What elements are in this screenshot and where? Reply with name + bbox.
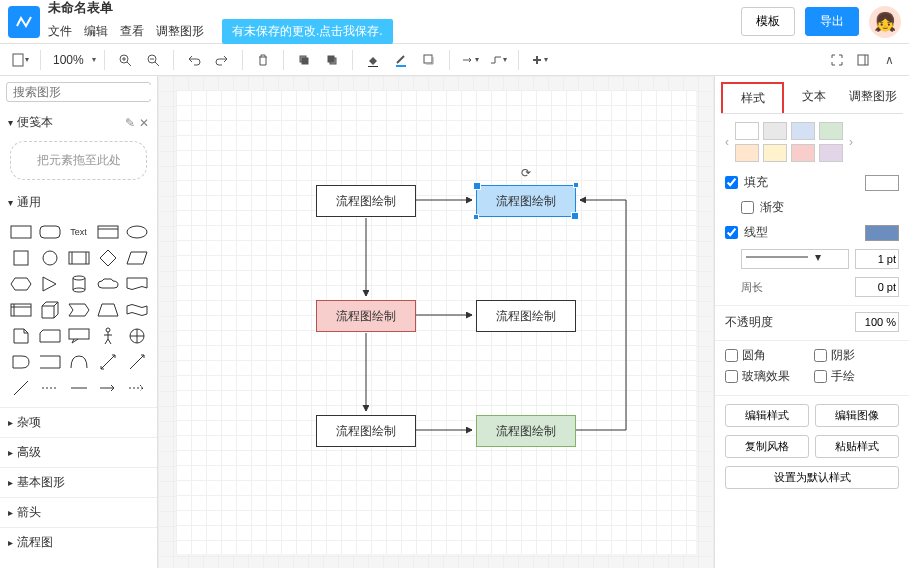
user-avatar[interactable]: 👧 <box>869 6 901 38</box>
swatch-next-icon[interactable]: › <box>847 135 855 149</box>
shape-line[interactable] <box>8 377 33 399</box>
export-button[interactable]: 导出 <box>805 7 859 36</box>
glass-checkbox[interactable] <box>725 370 738 383</box>
shape-document[interactable] <box>124 273 149 295</box>
shape-step[interactable] <box>66 299 91 321</box>
redo-button[interactable] <box>210 48 234 72</box>
menu-edit[interactable]: 编辑 <box>84 23 108 40</box>
fill-color[interactable] <box>865 175 899 191</box>
shape-actor[interactable] <box>95 325 120 347</box>
section-advanced[interactable]: 高级 <box>0 437 157 467</box>
format-panel-button[interactable] <box>851 48 875 72</box>
shape-cloud[interactable] <box>95 273 120 295</box>
flowchart-node[interactable]: 流程图绘制 <box>476 300 576 332</box>
zoom-level[interactable]: 100% <box>49 53 88 67</box>
shape-ellipse[interactable] <box>124 221 149 243</box>
copy-style-button[interactable]: 复制风格 <box>725 435 809 458</box>
shape-link-dashed-arrow[interactable] <box>124 377 149 399</box>
shape-cube[interactable] <box>37 299 62 321</box>
shadow-checkbox[interactable] <box>814 349 827 362</box>
opacity-input[interactable] <box>855 312 899 332</box>
section-misc[interactable]: 杂项 <box>0 407 157 437</box>
search-box[interactable]: 🔍 <box>6 82 151 102</box>
swatch[interactable] <box>819 122 843 140</box>
connection-button[interactable]: ▾ <box>458 48 482 72</box>
line-width-input[interactable] <box>855 249 899 269</box>
shape-link-arrow[interactable] <box>95 377 120 399</box>
undo-button[interactable] <box>182 48 206 72</box>
zoom-in-button[interactable] <box>113 48 137 72</box>
document-title[interactable]: 未命名表单 <box>48 0 393 17</box>
section-flowchart[interactable]: 流程图 <box>0 527 157 557</box>
shape-rect[interactable] <box>8 221 33 243</box>
shape-dashed-link[interactable] <box>37 377 62 399</box>
scratchpad-dropzone[interactable]: 把元素拖至此处 <box>10 141 147 180</box>
shape-callout[interactable] <box>66 325 91 347</box>
shape-square[interactable] <box>8 247 33 269</box>
pencil-icon[interactable]: ✎ <box>125 116 135 130</box>
menu-view[interactable]: 查看 <box>120 23 144 40</box>
flowchart-node[interactable]: 流程图绘制 <box>316 185 416 217</box>
shape-cylinder[interactable] <box>66 273 91 295</box>
shape-data-store[interactable] <box>37 351 62 373</box>
edit-style-button[interactable]: 编辑样式 <box>725 404 809 427</box>
flowchart-node[interactable]: 流程图绘制 <box>476 415 576 447</box>
shape-and[interactable] <box>8 351 33 373</box>
scratchpad-header[interactable]: ▾便笺本 ✎✕ <box>0 108 157 137</box>
canvas[interactable]: 流程图绘制 ⟳ 流程图绘制 流程图绘制 流程图绘制 流程图绘制 流程图绘制 <box>158 76 714 568</box>
shadow-button[interactable] <box>417 48 441 72</box>
swatch[interactable] <box>735 122 759 140</box>
section-arrows[interactable]: 箭头 <box>0 497 157 527</box>
shape-text[interactable]: Text <box>66 221 91 243</box>
general-header[interactable]: ▾通用 <box>0 188 157 217</box>
rotate-handle-icon[interactable]: ⟳ <box>521 166 531 180</box>
perimeter-input[interactable] <box>855 277 899 297</box>
fullscreen-button[interactable] <box>825 48 849 72</box>
shape-arrow[interactable] <box>124 351 149 373</box>
rounded-checkbox[interactable] <box>725 349 738 362</box>
search-input[interactable] <box>13 85 158 99</box>
shape-tape[interactable] <box>124 299 149 321</box>
shape-parallelogram[interactable] <box>124 247 149 269</box>
edit-image-button[interactable]: 编辑图像 <box>815 404 899 427</box>
to-front-button[interactable] <box>292 48 316 72</box>
close-icon[interactable]: ✕ <box>139 116 149 130</box>
shape-rounded-rect[interactable] <box>37 221 62 243</box>
swatch[interactable] <box>735 144 759 162</box>
flowchart-node[interactable]: 流程图绘制 <box>316 300 416 332</box>
page-setup-button[interactable]: ▾ <box>8 48 32 72</box>
sketch-checkbox[interactable] <box>814 370 827 383</box>
delete-button[interactable] <box>251 48 275 72</box>
swatch[interactable] <box>819 144 843 162</box>
shape-diamond[interactable] <box>95 247 120 269</box>
swatch[interactable] <box>791 122 815 140</box>
gradient-checkbox[interactable] <box>741 201 754 214</box>
template-button[interactable]: 模板 <box>741 7 795 36</box>
shape-card[interactable] <box>37 325 62 347</box>
swatch[interactable] <box>763 122 787 140</box>
fill-color-button[interactable] <box>361 48 385 72</box>
zoom-out-button[interactable] <box>141 48 165 72</box>
line-color[interactable] <box>865 225 899 241</box>
tab-adjust[interactable]: 调整图形 <box>844 82 903 113</box>
tab-text[interactable]: 文本 <box>784 82 843 113</box>
shape-bidir-arrow[interactable] <box>95 351 120 373</box>
menu-adjust[interactable]: 调整图形 <box>156 23 204 40</box>
flowchart-node[interactable]: 流程图绘制 <box>316 415 416 447</box>
paste-style-button[interactable]: 粘贴样式 <box>815 435 899 458</box>
shape-process[interactable] <box>66 247 91 269</box>
shape-internal-storage[interactable] <box>8 299 33 321</box>
line-checkbox[interactable] <box>725 226 738 239</box>
line-style-select[interactable]: ▾ <box>741 249 849 269</box>
swatch[interactable] <box>791 144 815 162</box>
swatch-prev-icon[interactable]: ‹ <box>723 135 731 149</box>
set-default-button[interactable]: 设置为默认样式 <box>725 466 899 489</box>
shape-circle[interactable] <box>37 247 62 269</box>
shape-link2[interactable] <box>66 377 91 399</box>
line-color-button[interactable] <box>389 48 413 72</box>
shape-triangle[interactable] <box>37 273 62 295</box>
shape-hexagon[interactable] <box>8 273 33 295</box>
shape-curve[interactable] <box>66 351 91 373</box>
flowchart-node-selected[interactable]: ⟳ 流程图绘制 <box>476 185 576 217</box>
shape-or[interactable] <box>124 325 149 347</box>
